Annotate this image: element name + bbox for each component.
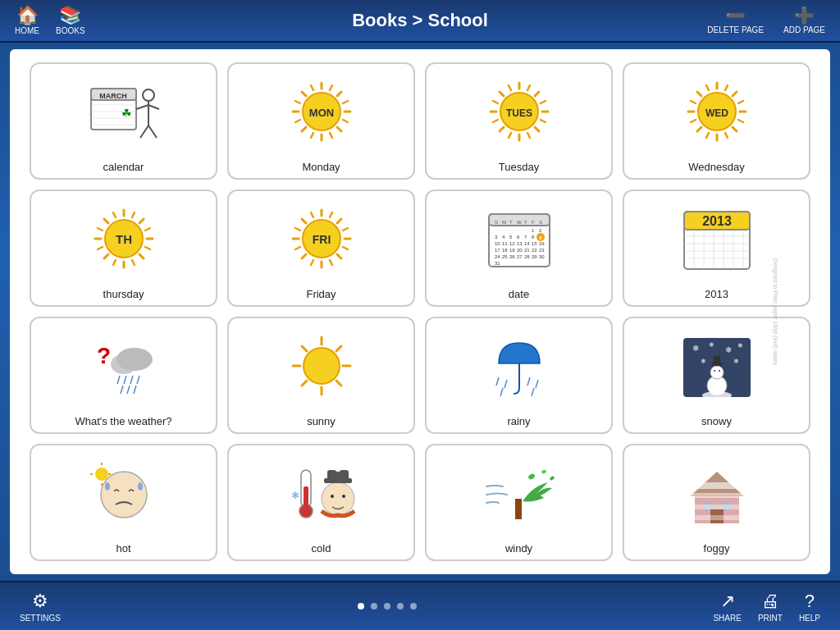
print-button[interactable]: 🖨 PRINT [751, 587, 789, 626]
hot-label: hot [116, 542, 130, 555]
dot-2[interactable] [371, 603, 377, 609]
help-button[interactable]: ? HELP [792, 587, 827, 626]
grid-item-date[interactable]: S M T W T F S 1 2 3 4 5 6 7 8 [425, 189, 613, 307]
tuesday-image: TUES [431, 69, 606, 158]
svg-line-41 [527, 133, 530, 138]
svg-text:MARCH: MARCH [99, 92, 127, 100]
svg-line-11 [148, 105, 159, 109]
sunny-label: sunny [307, 415, 336, 427]
grid-item-hot[interactable]: hot [30, 444, 217, 561]
delete-page-button[interactable]: ➖ DELETE PAGE [699, 4, 772, 38]
svg-point-194 [719, 370, 720, 372]
svg-point-201 [95, 468, 108, 481]
svg-point-198 [101, 472, 147, 518]
svg-text:☘: ☘ [121, 107, 132, 120]
grid-item-cold[interactable]: ❄ cold [227, 444, 415, 561]
settings-button[interactable]: ⚙ SETTINGS [13, 587, 67, 626]
svg-line-44 [493, 101, 498, 103]
svg-rect-226 [680, 493, 754, 498]
rainy-label: rainy [507, 415, 530, 427]
home-label: HOME [15, 26, 39, 35]
grid-item-calendar[interactable]: MARCH ☘ calendar [30, 62, 217, 180]
calendar-label: calendar [103, 161, 144, 173]
svg-text:10: 10 [495, 241, 500, 246]
dot-1[interactable] [358, 603, 364, 609]
svg-line-64 [738, 101, 743, 103]
help-label: HELP [799, 614, 820, 623]
svg-text:?: ? [97, 343, 111, 368]
svg-rect-228 [680, 515, 754, 520]
svg-line-19 [337, 127, 341, 131]
svg-line-42 [527, 85, 530, 90]
svg-text:13: 13 [517, 241, 523, 246]
svg-text:28: 28 [524, 254, 530, 259]
svg-line-21 [302, 127, 306, 131]
dot-3[interactable] [384, 603, 390, 609]
grid-item-tuesday[interactable]: TUES Tuesday [425, 62, 613, 180]
settings-icon: ⚙ [32, 591, 48, 612]
grid-item-snowy[interactable]: ❄ ❄ ❄ ❄ ❄ ❄ [623, 317, 810, 434]
svg-line-40 [509, 85, 511, 90]
svg-line-59 [725, 133, 728, 138]
share-button[interactable]: ↗ SHARE [706, 587, 747, 626]
svg-line-178 [496, 377, 499, 386]
help-icon: ? [805, 591, 815, 612]
rainy-image [431, 323, 606, 412]
svg-line-46 [541, 101, 546, 103]
grid-item-foggy[interactable]: foggy [623, 444, 810, 561]
svg-text:22: 22 [532, 248, 537, 253]
svg-text:29: 29 [532, 254, 537, 259]
grid-item-weather[interactable]: ? What's the weather? [30, 317, 217, 434]
grid-item-windy[interactable]: windy [425, 444, 613, 561]
svg-line-83 [98, 247, 103, 249]
svg-line-27 [343, 120, 348, 122]
books-button[interactable]: 📚 BOOKS [48, 3, 94, 39]
grid-item-wednesday[interactable]: WED Wednesday [623, 62, 810, 180]
svg-text:TUES: TUES [505, 107, 532, 119]
thursday-label: thursday [103, 288, 144, 300]
svg-text:24: 24 [495, 254, 500, 259]
books-label: BOOKS [56, 26, 85, 35]
svg-text:2013: 2013 [702, 214, 732, 228]
dot-5[interactable] [410, 603, 417, 609]
svg-line-90 [302, 219, 306, 223]
grid-item-rainy[interactable]: rainy [425, 317, 613, 434]
svg-text:F: F [532, 220, 535, 225]
date-label: date [509, 288, 529, 300]
svg-text:FRI: FRI [312, 233, 331, 246]
svg-line-43 [509, 133, 511, 138]
weather-label: What's the weather? [75, 415, 171, 427]
svg-line-180 [527, 377, 530, 386]
print-icon: 🖨 [761, 591, 779, 612]
svg-line-37 [535, 127, 539, 131]
svg-point-215 [342, 495, 345, 498]
grid-item-2013[interactable]: 2013 2013 [623, 189, 810, 307]
watermark-text: Designed to Plain paper 16/pt (4x4) labe… [772, 258, 778, 365]
tuesday-label: Tuesday [499, 161, 539, 173]
home-button[interactable]: 🏠 HOME [7, 3, 48, 39]
svg-line-174 [336, 346, 341, 351]
books-icon: 📚 [59, 7, 81, 25]
svg-rect-195 [712, 363, 722, 366]
svg-line-81 [145, 247, 150, 249]
svg-line-23 [330, 133, 332, 138]
svg-line-65 [691, 120, 696, 122]
svg-point-219 [549, 476, 555, 482]
dot-4[interactable] [397, 603, 404, 609]
delete-page-label: DELETE PAGE [707, 25, 764, 34]
svg-line-62 [691, 101, 696, 103]
hot-image [36, 450, 211, 539]
grid-item-thursday[interactable]: TH thursday [30, 189, 217, 307]
grid-item-friday[interactable]: FRI Friday [227, 189, 415, 307]
wednesday-label: Wednesday [688, 161, 744, 173]
foggy-image [629, 450, 804, 539]
grid-item-sunny[interactable]: sunny [227, 317, 415, 434]
svg-line-166 [127, 386, 130, 394]
grid-item-monday[interactable]: MON Monday [227, 62, 415, 180]
svg-text:21: 21 [524, 248, 530, 253]
page-dots [358, 603, 417, 609]
add-page-button[interactable]: ➕ ADD PAGE [775, 4, 833, 38]
svg-line-98 [295, 228, 300, 231]
svg-line-61 [706, 133, 709, 138]
svg-line-26 [295, 101, 300, 103]
